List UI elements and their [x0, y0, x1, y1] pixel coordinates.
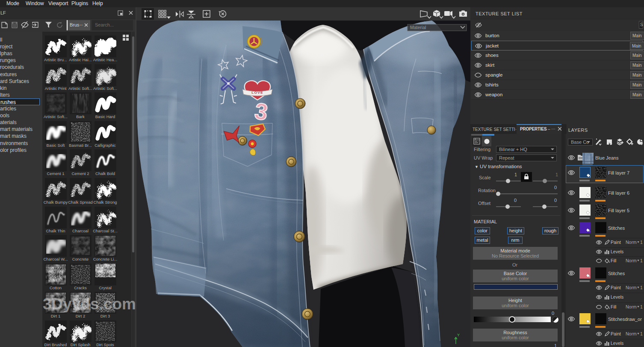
svg-text:Material: Material — [410, 25, 426, 30]
svg-text:LOVE: LOVE — [251, 91, 263, 95]
svg-text:Y: Y — [457, 333, 460, 337]
